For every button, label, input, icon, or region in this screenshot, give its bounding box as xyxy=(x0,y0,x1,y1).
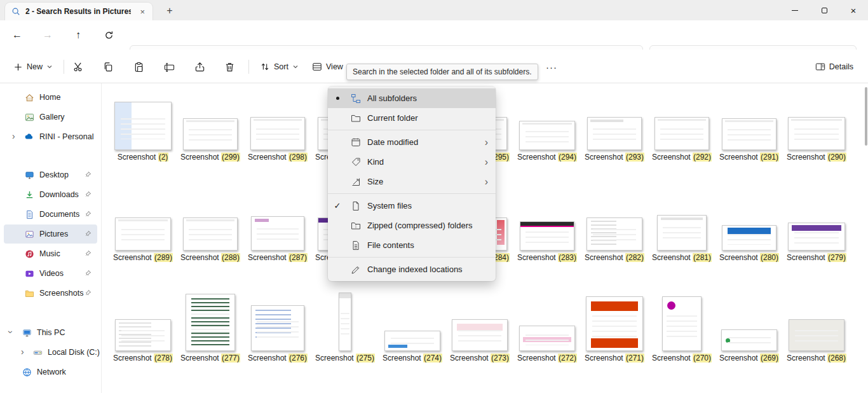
file-item[interactable]: Screenshot (298) xyxy=(244,97,311,162)
sidebar-item-home[interactable]: Home xyxy=(4,88,97,107)
sort-icon xyxy=(260,62,270,72)
file-item[interactable]: Screenshot (293) xyxy=(581,97,648,162)
home-icon xyxy=(24,93,34,102)
file-label: Screenshot (2) xyxy=(112,153,173,162)
sidebar-item-gallery[interactable]: Gallery xyxy=(4,107,97,127)
sidebar-item-music[interactable]: Music xyxy=(4,244,97,263)
file-item[interactable]: Screenshot (278) xyxy=(109,285,177,363)
minimize-button[interactable] xyxy=(780,0,810,20)
file-label: Screenshot (278) xyxy=(112,354,173,363)
copy-button[interactable] xyxy=(95,57,121,77)
chevron-down-icon xyxy=(46,64,53,70)
sidebar-item-pictures[interactable]: Pictures xyxy=(4,224,97,244)
details-button-label: Details xyxy=(829,62,853,71)
file-item[interactable]: Screenshot (287) xyxy=(244,196,311,263)
check-icon: ✓ xyxy=(334,201,341,210)
chevron-right-icon[interactable]: › xyxy=(12,132,15,141)
file-item[interactable]: Screenshot (274) xyxy=(379,285,446,363)
file-item[interactable]: Screenshot (299) xyxy=(177,97,244,162)
this-pc-icon xyxy=(22,328,32,338)
file-item[interactable]: Screenshot (268) xyxy=(783,285,850,363)
sidebar-item-onedrive[interactable]: › RINI - Personal xyxy=(4,127,97,146)
file-item[interactable]: Screenshot (279) xyxy=(783,196,850,263)
sidebar-item-desktop[interactable]: Desktop xyxy=(4,165,97,184)
chevron-right-icon: › xyxy=(477,157,496,167)
more-options-button[interactable]: ··· xyxy=(539,57,564,77)
file-label: Screenshot (298) xyxy=(247,153,308,162)
explorer-tab[interactable]: 2 - Search Results in Pictures × xyxy=(5,3,153,20)
file-item[interactable]: Screenshot (270) xyxy=(648,285,715,363)
cut-button[interactable] xyxy=(65,57,90,77)
file-item[interactable]: Screenshot (269) xyxy=(715,285,783,363)
maximize-button[interactable] xyxy=(810,0,839,20)
file-item[interactable]: Screenshot (280) xyxy=(715,196,783,263)
file-thumbnail xyxy=(722,225,776,251)
menu-item-current-folder[interactable]: Current folder xyxy=(328,108,496,128)
menu-item-label: Kind xyxy=(365,157,477,167)
menu-item-file-contents[interactable]: File contents xyxy=(328,235,496,255)
refresh-button[interactable] xyxy=(99,25,118,45)
file-item[interactable]: Screenshot (292) xyxy=(648,97,715,162)
up-button[interactable]: ↑ xyxy=(69,25,88,45)
file-item[interactable]: Screenshot (272) xyxy=(513,285,581,363)
file-item[interactable]: Screenshot (291) xyxy=(715,97,783,162)
file-thumbnail xyxy=(183,217,238,251)
share-button[interactable] xyxy=(187,57,212,77)
file-label: Screenshot (283) xyxy=(517,253,578,263)
file-item[interactable]: Screenshot (290) xyxy=(783,97,850,162)
file-label: Screenshot (279) xyxy=(786,253,847,263)
forward-button[interactable]: → xyxy=(38,25,57,45)
menu-item-all-subfolders[interactable]: All subfolders xyxy=(328,88,496,108)
paste-button[interactable] xyxy=(126,57,151,77)
file-item[interactable]: Screenshot (283) xyxy=(513,196,581,263)
file-item[interactable]: Screenshot (288) xyxy=(177,196,244,263)
menu-item-kind[interactable]: Kind › xyxy=(328,152,496,172)
file-item[interactable]: Screenshot (2) xyxy=(109,97,177,162)
file-item[interactable]: Screenshot (275) xyxy=(311,285,379,363)
delete-button[interactable] xyxy=(217,57,242,77)
details-button[interactable]: Details xyxy=(810,57,859,77)
rename-button[interactable] xyxy=(156,57,182,77)
sidebar-item-documents[interactable]: Documents xyxy=(4,205,97,224)
file-item[interactable]: Screenshot (271) xyxy=(581,285,648,363)
new-tab-button[interactable]: + xyxy=(161,4,178,18)
menu-item-change-indexed-locations[interactable]: Change indexed locations xyxy=(328,259,496,279)
file-item[interactable]: Screenshot (289) xyxy=(109,196,177,263)
back-button[interactable]: ← xyxy=(8,25,27,45)
file-item[interactable]: Screenshot (294) xyxy=(513,97,581,162)
file-item[interactable]: Screenshot (281) xyxy=(648,196,715,263)
file-item[interactable]: Screenshot (276) xyxy=(244,285,311,363)
sidebar-item-downloads[interactable]: Downloads xyxy=(4,185,97,204)
tab-close-icon[interactable]: × xyxy=(136,6,149,17)
menu-item-zipped-folders[interactable]: Zipped (compressed) folders xyxy=(328,216,496,235)
sidebar-item-videos[interactable]: Videos xyxy=(4,264,97,283)
file-item[interactable]: Screenshot (282) xyxy=(581,196,648,263)
menu-item-label: Change indexed locations xyxy=(365,265,496,274)
vertical-scrollbar[interactable] xyxy=(865,87,867,146)
file-icon xyxy=(347,201,365,211)
chevron-right-icon: › xyxy=(477,137,496,148)
sidebar-item-screenshots[interactable]: Screenshots xyxy=(4,284,97,303)
close-button[interactable]: × xyxy=(839,0,868,20)
file-item[interactable]: Screenshot (277) xyxy=(177,285,244,363)
chevron-right-icon[interactable]: › xyxy=(21,347,24,356)
menu-item-date-modified[interactable]: Date modified › xyxy=(328,132,496,152)
menu-item-size[interactable]: Size › xyxy=(328,172,496,191)
file-label: Screenshot (280) xyxy=(719,253,780,263)
sidebar-item-label: Home xyxy=(39,93,60,102)
refresh-icon xyxy=(104,31,114,40)
file-item[interactable]: Screenshot (273) xyxy=(446,285,513,363)
sidebar-item-local-disk-c[interactable]: › Local Disk (C:) xyxy=(4,343,97,362)
sidebar-item-network[interactable]: Network xyxy=(4,362,97,382)
minimize-icon xyxy=(792,10,798,11)
new-button[interactable]: New xyxy=(8,57,58,77)
chevron-down-icon[interactable]: › xyxy=(6,331,15,334)
chevron-right-icon: › xyxy=(477,177,496,187)
file-thumbnail xyxy=(654,117,709,150)
file-label: Screenshot (276) xyxy=(247,354,308,363)
share-icon xyxy=(194,62,205,72)
sort-button[interactable]: Sort xyxy=(254,57,304,77)
pin-icon xyxy=(85,250,92,257)
sidebar-item-this-pc[interactable]: › This PC xyxy=(4,323,97,342)
menu-item-system-files[interactable]: ✓ System files xyxy=(328,196,496,216)
